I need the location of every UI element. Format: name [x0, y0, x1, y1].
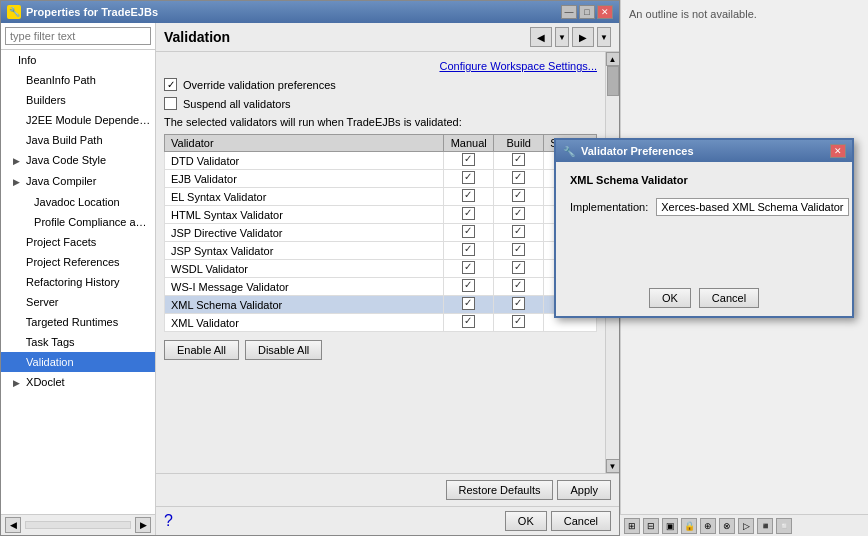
cancel-button[interactable]: Cancel: [551, 511, 611, 531]
build-checkbox[interactable]: [512, 261, 525, 274]
sidebar-tree-item[interactable]: Validation: [1, 352, 155, 372]
rp-icon-9[interactable]: ◽: [776, 518, 792, 534]
sidebar-tree-item[interactable]: Info: [1, 50, 155, 70]
validator-build[interactable]: [494, 314, 544, 332]
sidebar-tree-item[interactable]: Refactoring History: [1, 272, 155, 292]
search-input[interactable]: [5, 27, 151, 45]
validator-manual[interactable]: [444, 296, 494, 314]
validator-manual[interactable]: [444, 224, 494, 242]
validator-manual[interactable]: [444, 188, 494, 206]
validator-manual[interactable]: [444, 206, 494, 224]
validator-build[interactable]: [494, 152, 544, 170]
scroll-down-button[interactable]: ▼: [606, 459, 620, 473]
close-button[interactable]: ✕: [597, 5, 613, 19]
sidebar-scrollbar[interactable]: [25, 521, 131, 529]
table-row[interactable]: EJB Validator: [165, 170, 597, 188]
validator-manual[interactable]: [444, 170, 494, 188]
rp-icon-8[interactable]: ◾: [757, 518, 773, 534]
sidebar-tree-item[interactable]: Server: [1, 292, 155, 312]
sidebar-tree-item[interactable]: Java Build Path: [1, 130, 155, 150]
rp-icon-1[interactable]: ⊞: [624, 518, 640, 534]
validator-build[interactable]: [494, 170, 544, 188]
scroll-thumb[interactable]: [607, 66, 619, 96]
nav-forward-dropdown[interactable]: ▼: [597, 27, 611, 47]
validator-build[interactable]: [494, 188, 544, 206]
build-checkbox[interactable]: [512, 315, 525, 328]
enable-all-button[interactable]: Enable All: [164, 340, 239, 360]
manual-checkbox[interactable]: [462, 225, 475, 238]
validator-build[interactable]: [494, 206, 544, 224]
build-checkbox[interactable]: [512, 189, 525, 202]
dialog-close-button[interactable]: ✕: [830, 144, 846, 158]
sidebar-tree-item[interactable]: ▶ Java Code Style: [1, 150, 155, 171]
manual-checkbox[interactable]: [462, 189, 475, 202]
build-checkbox[interactable]: [512, 171, 525, 184]
sidebar-tree-item[interactable]: J2EE Module Dependenci...: [1, 110, 155, 130]
validator-build[interactable]: [494, 296, 544, 314]
build-checkbox[interactable]: [512, 243, 525, 256]
manual-checkbox[interactable]: [462, 153, 475, 166]
scroll-up-button[interactable]: ▲: [606, 52, 620, 66]
workspace-settings-link[interactable]: Configure Workspace Settings...: [439, 60, 597, 72]
manual-checkbox[interactable]: [462, 243, 475, 256]
suspend-checkbox[interactable]: [164, 97, 177, 110]
manual-checkbox[interactable]: [462, 171, 475, 184]
sidebar-tree-item[interactable]: BeanInfo Path: [1, 70, 155, 90]
dialog-cancel-button[interactable]: Cancel: [699, 288, 759, 308]
apply-button[interactable]: Apply: [557, 480, 611, 500]
table-row[interactable]: HTML Syntax Validator: [165, 206, 597, 224]
rp-icon-7[interactable]: ▷: [738, 518, 754, 534]
rp-icon-4[interactable]: 🔒: [681, 518, 697, 534]
override-checkbox[interactable]: [164, 78, 177, 91]
build-checkbox[interactable]: [512, 207, 525, 220]
rp-icon-3[interactable]: ▣: [662, 518, 678, 534]
table-row[interactable]: WS-I Message Validator: [165, 278, 597, 296]
minimize-button[interactable]: —: [561, 5, 577, 19]
sidebar-tree-item[interactable]: ▶ XDoclet: [1, 372, 155, 393]
sidebar-tree-item[interactable]: Project References: [1, 252, 155, 272]
sidebar-tree-item[interactable]: Builders: [1, 90, 155, 110]
sidebar-forward-button[interactable]: ▶: [135, 517, 151, 533]
sidebar-tree-item[interactable]: Javadoc Location: [1, 192, 155, 212]
validator-manual[interactable]: [444, 152, 494, 170]
rp-icon-2[interactable]: ⊟: [643, 518, 659, 534]
validator-build[interactable]: [494, 278, 544, 296]
sidebar-tree-item[interactable]: Profile Compliance and Va...: [1, 212, 155, 232]
restore-defaults-button[interactable]: Restore Defaults: [446, 480, 554, 500]
validator-build[interactable]: [494, 224, 544, 242]
manual-checkbox[interactable]: [462, 207, 475, 220]
nav-back-dropdown[interactable]: ▼: [555, 27, 569, 47]
manual-checkbox[interactable]: [462, 261, 475, 274]
table-row[interactable]: JSP Syntax Validator: [165, 242, 597, 260]
sidebar-tree-item[interactable]: Targeted Runtimes: [1, 312, 155, 332]
sidebar-tree-item[interactable]: Task Tags: [1, 332, 155, 352]
sidebar-tree-item[interactable]: Project Facets: [1, 232, 155, 252]
nav-back-button[interactable]: ◀: [530, 27, 552, 47]
dialog-ok-button[interactable]: OK: [649, 288, 691, 308]
build-checkbox[interactable]: [512, 279, 525, 292]
validator-manual[interactable]: [444, 260, 494, 278]
disable-all-button[interactable]: Disable All: [245, 340, 322, 360]
validator-manual[interactable]: [444, 278, 494, 296]
validator-build[interactable]: [494, 242, 544, 260]
table-row[interactable]: WSDL Validator...: [165, 260, 597, 278]
maximize-button[interactable]: □: [579, 5, 595, 19]
rp-icon-5[interactable]: ⊕: [700, 518, 716, 534]
build-checkbox[interactable]: [512, 153, 525, 166]
sidebar-tree-item[interactable]: ▶ Java Compiler: [1, 171, 155, 192]
validator-manual[interactable]: [444, 242, 494, 260]
build-checkbox[interactable]: [512, 297, 525, 310]
nav-forward-button[interactable]: ▶: [572, 27, 594, 47]
manual-checkbox[interactable]: [462, 297, 475, 310]
rp-icon-6[interactable]: ⊗: [719, 518, 735, 534]
build-checkbox[interactable]: [512, 225, 525, 238]
implementation-select[interactable]: Xerces-based XML Schema Validator: [656, 198, 849, 216]
table-row[interactable]: XML Schema Validator...: [165, 296, 597, 314]
help-icon[interactable]: ?: [164, 512, 173, 530]
validator-build[interactable]: [494, 260, 544, 278]
sidebar-back-button[interactable]: ◀: [5, 517, 21, 533]
manual-checkbox[interactable]: [462, 315, 475, 328]
manual-checkbox[interactable]: [462, 279, 475, 292]
table-row[interactable]: EL Syntax Validator: [165, 188, 597, 206]
validator-manual[interactable]: [444, 314, 494, 332]
